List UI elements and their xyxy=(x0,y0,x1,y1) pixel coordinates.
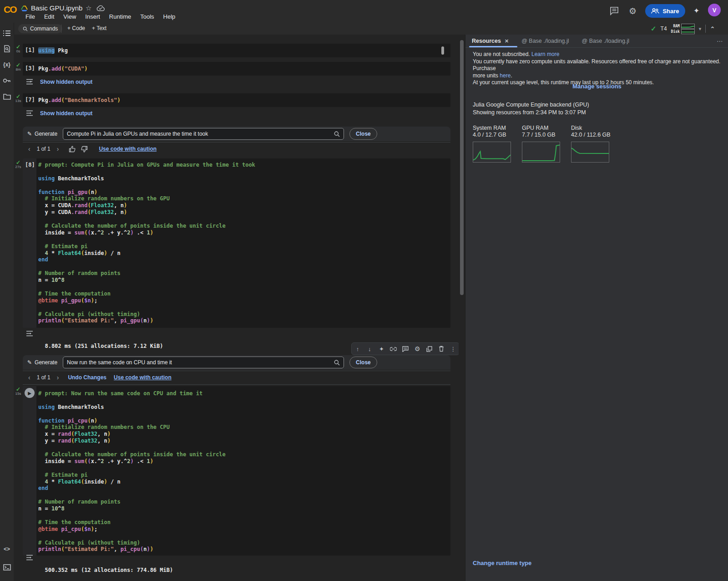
undo-changes-link[interactable]: Undo Changes xyxy=(68,374,106,381)
notebook-toolbar: Commands + Code + Text ✓ T4 RAM Disk ▾ ⌃ xyxy=(14,23,728,35)
hidden-output-row: Show hidden output xyxy=(23,109,450,119)
code-cell-8[interactable]: [8] # prompt: Compute Pi in Julia on GPU… xyxy=(23,158,450,328)
gemini-sparkle-icon[interactable]: ✦ xyxy=(693,6,699,15)
tab-label: Resources xyxy=(472,38,501,44)
menu-edit[interactable]: Edit xyxy=(44,13,54,20)
cell-code[interactable]: Pkg.add("BenchmarkTools") xyxy=(38,97,121,104)
show-hidden-output-link[interactable]: Show hidden output xyxy=(40,110,92,117)
menu-file[interactable]: File xyxy=(25,13,35,20)
run-cell-button[interactable]: ▶ xyxy=(25,388,35,398)
cell-code[interactable]: # prompt: Compute Pi in Julia on GPUs an… xyxy=(38,162,255,324)
star-icon[interactable]: ☆ xyxy=(86,4,91,12)
ram-label: RAM xyxy=(673,24,679,28)
cell-code[interactable]: using Pkg xyxy=(38,47,68,54)
cell-toolbar-handle[interactable] xyxy=(441,46,444,55)
copy-link-icon[interactable] xyxy=(389,347,399,351)
period: . xyxy=(511,72,512,79)
runtime-status[interactable]: ✓ T4 RAM Disk ▾ ⌃ xyxy=(651,23,715,35)
search-icon[interactable] xyxy=(334,360,340,366)
generate-button[interactable]: ✎ Generate xyxy=(23,127,63,141)
move-cell-down-icon[interactable]: ↓ xyxy=(364,346,374,352)
code-cell-1[interactable]: [1] using Pkg xyxy=(23,44,450,57)
cpu-cell-status: ✓ 15s xyxy=(14,387,22,396)
show-output-icon[interactable] xyxy=(25,78,34,85)
thumbs-up-icon[interactable] xyxy=(69,146,76,153)
cloud-saved-icon[interactable] xyxy=(96,5,105,11)
comment-icon[interactable] xyxy=(400,346,410,352)
add-text-button[interactable]: + Text xyxy=(92,25,106,31)
cell-settings-gear-icon[interactable]: ⚙ xyxy=(412,345,422,352)
menu-view[interactable]: View xyxy=(63,13,76,20)
prev-suggestion-icon[interactable]: ‹ xyxy=(26,145,32,153)
notebook-scrollbar[interactable] xyxy=(459,35,465,581)
menu-insert[interactable]: Insert xyxy=(85,13,100,20)
show-hidden-output-link[interactable]: Show hidden output xyxy=(40,79,92,85)
comments-icon[interactable] xyxy=(610,6,619,15)
suggestion-count: 1 of 1 xyxy=(37,146,51,152)
secrets-key-icon[interactable] xyxy=(3,76,11,85)
tab-loading-2[interactable]: @ Base ./loading.jl xyxy=(576,35,636,47)
scrollbar-thumb[interactable] xyxy=(460,40,464,295)
close-generate-button[interactable]: Close xyxy=(349,357,377,368)
account-avatar[interactable]: V xyxy=(708,4,721,16)
collapse-toolbar-icon[interactable]: ⌃ xyxy=(710,25,715,32)
share-button[interactable]: Share xyxy=(645,4,685,18)
panel-more-icon[interactable]: ⋯ xyxy=(717,37,723,45)
notebook-title[interactable]: Basic GPU.ipynb xyxy=(31,4,82,12)
menu-help[interactable]: Help xyxy=(163,13,176,20)
show-output-icon[interactable] xyxy=(25,330,34,337)
tab-resources[interactable]: Resources ✕ xyxy=(465,35,515,47)
close-tab-icon[interactable]: ✕ xyxy=(505,38,509,44)
ai-prompt-input[interactable]: Compute Pi in Julia on GPUs and measure … xyxy=(63,128,344,140)
next-suggestion-icon[interactable]: › xyxy=(55,374,61,381)
resources-panel: Resources ✕ @ Base ./loading.jl @ Base .… xyxy=(465,35,728,581)
terminal-icon[interactable] xyxy=(3,563,11,571)
purchase-here-link[interactable]: here xyxy=(500,72,511,79)
change-runtime-type-link[interactable]: Change runtime type xyxy=(473,560,531,566)
search-icon xyxy=(23,26,28,31)
move-cell-up-icon[interactable]: ↑ xyxy=(353,346,363,352)
menu-tools[interactable]: Tools xyxy=(140,13,154,20)
colab-logo[interactable]: CO xyxy=(4,4,16,15)
runtime-dropdown-caret[interactable]: ▾ xyxy=(699,26,702,32)
use-code-caution-link[interactable]: Use code with caution xyxy=(114,374,172,381)
menu-runtime[interactable]: Runtime xyxy=(109,13,131,20)
find-replace-icon[interactable] xyxy=(3,45,11,53)
delete-cell-icon[interactable] xyxy=(436,346,446,352)
table-of-contents-icon[interactable] xyxy=(3,29,11,37)
gemini-sparkle-icon[interactable]: ✦ xyxy=(377,346,387,352)
graph-value: 42.0 / 112.6 GB xyxy=(571,132,608,138)
cell-exec-time: 8m xyxy=(14,67,22,71)
learn-more-link[interactable]: Learn more xyxy=(531,51,559,57)
code-cell-cpu[interactable]: ▶ # prompt: Now run the same code on CPU… xyxy=(23,386,450,556)
code-cell-3[interactable]: [3] Pkg.add("CUDA") xyxy=(23,62,450,76)
generate-button[interactable]: ✎ Generate xyxy=(23,355,63,370)
thumbs-down-icon[interactable] xyxy=(81,146,88,153)
ram-sparkline xyxy=(681,24,695,29)
close-generate-button[interactable]: Close xyxy=(349,128,377,140)
settings-gear-icon[interactable]: ⚙ xyxy=(629,6,637,16)
share-people-icon xyxy=(651,8,659,14)
disk-label: Disk xyxy=(671,30,680,34)
cell-code[interactable]: Pkg.add("CUDA") xyxy=(38,66,87,72)
show-output-icon[interactable] xyxy=(25,110,34,117)
toolbar-divider xyxy=(61,25,61,33)
more-actions-kebab-icon[interactable]: ⋮ xyxy=(448,346,458,352)
variables-icon[interactable]: {x} xyxy=(3,61,11,69)
code-cell-7[interactable]: [7] Pkg.add("BenchmarkTools") xyxy=(23,93,450,107)
ai-prompt-input[interactable]: Now run the same code on CPU and time it xyxy=(63,357,344,368)
prev-suggestion-icon[interactable]: ‹ xyxy=(26,374,32,381)
files-folder-icon[interactable] xyxy=(3,92,11,101)
code-snippets-icon[interactable]: <> xyxy=(3,545,11,553)
tab-loading-1[interactable]: @ Base ./loading.jl xyxy=(515,35,575,47)
cell-code[interactable]: # prompt: Now run the same code on CPU a… xyxy=(38,390,226,553)
search-icon[interactable] xyxy=(334,131,340,137)
manage-sessions-link[interactable]: Manage sessions xyxy=(465,83,728,90)
use-code-caution-link[interactable]: Use code with caution xyxy=(99,146,157,152)
commands-button[interactable]: Commands xyxy=(18,24,62,33)
add-code-button[interactable]: + Code xyxy=(67,25,85,31)
next-suggestion-icon[interactable]: › xyxy=(55,145,61,153)
not-subscribed-text: You are not subscribed. xyxy=(473,51,531,57)
mirror-cell-icon[interactable] xyxy=(424,346,434,352)
show-output-icon[interactable] xyxy=(25,554,34,561)
